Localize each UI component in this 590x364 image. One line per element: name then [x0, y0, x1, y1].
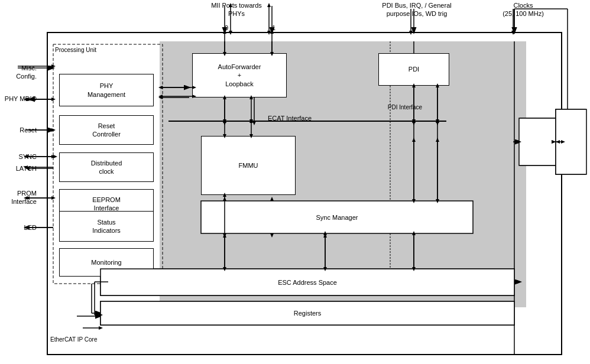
svg-marker-64: [223, 233, 226, 238]
svg-marker-135: [323, 231, 327, 235]
reset-label: Reset: [1, 126, 37, 134]
ethercat-ip-core-label: EtherCAT IP Core: [50, 336, 121, 343]
svg-marker-63: [223, 269, 226, 273]
sync-label: SYNC: [1, 152, 37, 161]
pdi-interface-label: PDI Interface: [375, 103, 435, 111]
monitoring-box: Monitoring: [59, 248, 154, 277]
esc-address-space-label: ESC Address Space: [260, 276, 378, 284]
svg-marker-46: [270, 233, 274, 238]
prom-interface-label: PROMInterface: [1, 189, 37, 206]
svg-marker-152: [51, 64, 56, 68]
svg-marker-165: [51, 196, 56, 200]
svg-marker-157: [51, 128, 56, 132]
pdi-bus-label: PDI Bus, IRQ, / Generalpurpose IOs, WD t…: [369, 1, 464, 18]
svg-marker-171: [511, 31, 515, 35]
phy-mdio-label: PHY MDIO: [1, 95, 37, 103]
svg-text:Sync Manager: Sync Manager: [316, 214, 358, 221]
reset-controller-box: ResetController: [59, 115, 154, 145]
svg-marker-155: [51, 98, 56, 101]
svg-marker-67: [323, 233, 327, 238]
status-indicators-box: StatusIndicators: [59, 211, 154, 242]
misc-config-label: Misc. Config.: [1, 64, 37, 81]
processing-unit-label: Processing Unit: [55, 46, 114, 54]
svg-marker-106: [158, 86, 163, 89]
svg-marker-141: [223, 119, 226, 123]
svg-marker-173: [517, 140, 521, 144]
svg-marker-128: [436, 119, 439, 124]
svg-marker-42: [223, 197, 226, 201]
led-label: LED: [1, 223, 37, 232]
svg-marker-109: [158, 95, 163, 98]
distributed-clock-box: Distributedclock: [59, 152, 154, 182]
svg-marker-131: [223, 267, 226, 271]
svg-marker-59: [436, 201, 439, 205]
proc-memory-interface-label: Proc.MemoryInterface: [521, 121, 554, 144]
ram-label: RAMUser&Process8KB *2: [557, 112, 585, 151]
svg-marker-149: [436, 199, 439, 203]
svg-marker-56: [412, 201, 416, 205]
registers-label: Registers: [260, 308, 378, 317]
svg-marker-14: [53, 155, 57, 158]
svg-marker-147: [412, 119, 416, 123]
svg-marker-146: [412, 199, 416, 203]
pdi-box: PDI: [378, 53, 449, 86]
mii-ports-label: MII Ports towardsPHYs: [204, 1, 269, 18]
svg-marker-134: [323, 267, 327, 271]
svg-marker-102: [99, 313, 103, 317]
svg-marker-50: [412, 121, 416, 125]
svg-marker-137: [412, 267, 416, 271]
svg-marker-138: [412, 231, 416, 235]
svg-marker-24: [158, 96, 163, 99]
svg-marker-125: [412, 119, 416, 124]
ecat-interface-label: ECAT Interface: [254, 114, 325, 122]
svg-marker-66: [323, 269, 327, 273]
phy-management-box: PHYManagement: [59, 74, 154, 106]
svg-marker-69: [412, 269, 416, 273]
svg-marker-30: [223, 121, 226, 125]
mii-1-label: 1: [268, 24, 280, 32]
svg-marker-55: [412, 138, 416, 142]
clocks-label: Clocks(25, 100 MHz): [494, 1, 553, 18]
latch-label: LATCH: [1, 164, 37, 173]
svg-marker-70: [412, 229, 416, 233]
sync-manager-box: Sync Manager: [201, 201, 244, 210]
svg-marker-160: [51, 155, 56, 158]
svg-marker-122: [249, 119, 253, 124]
svg-marker-119: [223, 119, 226, 124]
svg-marker-169: [409, 31, 413, 35]
svg-marker-144: [249, 119, 253, 123]
svg-marker-45: [270, 197, 274, 201]
svg-marker-53: [436, 121, 439, 125]
autoforwarder-box: AutoForwarder+Loopback: [192, 53, 287, 98]
svg-marker-58: [436, 138, 439, 142]
svg-marker-104: [99, 326, 103, 330]
fmmu-box: FMMU: [201, 136, 296, 195]
svg-marker-43: [223, 233, 226, 238]
diagram-container: Misc. Config. PHY MDIO Reset SYNC LATCH …: [0, 0, 590, 364]
mii-0-label: 0: [221, 24, 232, 32]
svg-marker-150: [436, 119, 439, 123]
svg-marker-95: [517, 280, 521, 284]
